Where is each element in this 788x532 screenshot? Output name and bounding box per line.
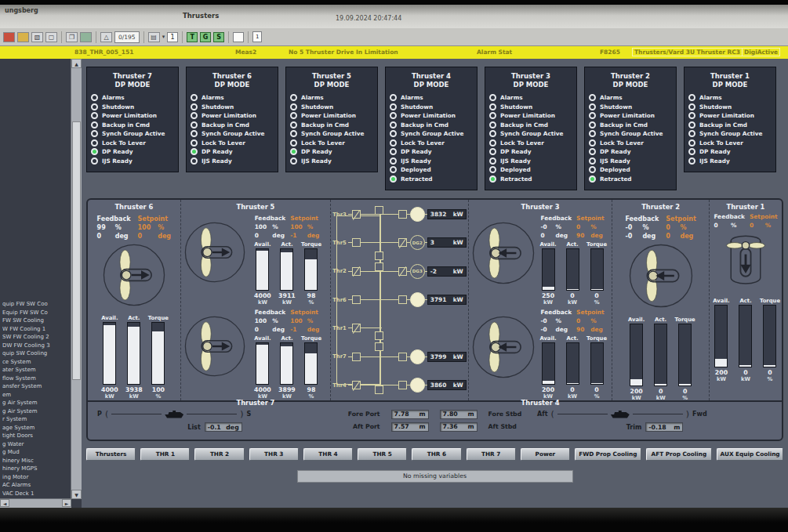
sidebar-item[interactable]: r System — [2, 415, 69, 424]
mode-letter-button[interactable]: S — [213, 32, 224, 42]
toolbar-separator — [182, 31, 183, 43]
bar-label: Act. — [281, 241, 292, 248]
sidebar-horizontal-scrollbar[interactable]: ◄ ► — [0, 498, 71, 508]
feeder-breaker-icon — [352, 295, 361, 304]
bar-group: Act. 0 kW — [736, 298, 755, 382]
page-list-icon[interactable]: ▤ — [148, 32, 160, 42]
alarm-bell-icon[interactable]: △ — [100, 32, 112, 42]
status-led-icon — [489, 121, 496, 128]
page-nav-button[interactable]: Power — [521, 448, 570, 461]
sidebar-item[interactable]: g Air System — [2, 407, 69, 416]
dp-status-row: Synch Group Active — [290, 130, 373, 137]
printer-icon[interactable]: ▧ — [31, 32, 43, 42]
status-led-icon — [390, 176, 397, 183]
scrollbar-thumb[interactable] — [72, 121, 81, 380]
status-led-icon — [688, 103, 695, 110]
page-nav-button[interactable]: THR 4 — [303, 448, 353, 461]
alarm-silence-icon[interactable] — [3, 32, 15, 42]
sidebar-item[interactable]: VAC Deck 1 — [2, 490, 69, 498]
percent-unit: % — [556, 223, 572, 230]
alarm-line[interactable]: 838_THR_005_151 Meas2 No 5 Thruster Driv… — [0, 46, 788, 59]
setpoint-percent: 100 — [290, 223, 302, 230]
wire — [361, 356, 382, 357]
scroll-down-icon[interactable]: ▼ — [71, 490, 82, 499]
sidebar-item[interactable]: hinery Misc — [2, 457, 69, 465]
sidebar-item[interactable]: ater System — [2, 366, 69, 375]
feedback-header: Feedback — [540, 309, 572, 316]
sidebar-item[interactable]: quip SW Cooling — [2, 349, 69, 358]
sidebar-item[interactable]: tight Doors — [2, 432, 69, 440]
sidebar-item[interactable]: FW SW Cooling — [2, 317, 69, 325]
page-nav-button[interactable]: THR 1 — [140, 448, 190, 461]
sidebar-item[interactable]: hinery MGPS — [2, 465, 69, 473]
sidebar-item[interactable]: g Water — [2, 440, 69, 449]
dp-status-row: DP Ready — [589, 148, 672, 155]
sidebar-item[interactable]: ce System — [2, 358, 69, 367]
dp-status-row: Deployed — [390, 166, 473, 173]
sidebar-item[interactable]: age System — [2, 424, 69, 432]
sidebar-item[interactable]: AC Alarms — [2, 481, 69, 490]
status-label: DP Ready — [401, 148, 431, 155]
dp-status-row: Shutdown — [390, 103, 473, 110]
bar-unit: kW — [741, 376, 750, 382]
sidebar-item[interactable]: DW FW Cooling 3 — [2, 342, 69, 350]
sidebar-item[interactable]: quip FW SW Coo — [2, 300, 69, 309]
single-page-icon[interactable]: 1 — [252, 31, 262, 42]
trim-gauge: Aft ( ) Fwd — [537, 409, 772, 419]
page-back-icon[interactable]: ❐ — [66, 32, 78, 42]
bar-gauge — [714, 305, 728, 367]
dropdown-caret-icon[interactable]: ▾ — [162, 34, 165, 40]
page-nav-button[interactable]: AFT Prop Cooling — [646, 448, 713, 461]
wire — [382, 271, 398, 272]
page-nav-button[interactable]: THR 5 — [358, 448, 407, 461]
sidebar-item[interactable]: ing Motor — [2, 473, 69, 482]
status-led-icon — [589, 121, 596, 128]
page-nav-button[interactable]: AUX Equip Cooling — [717, 448, 783, 461]
page-nav-button[interactable]: THR 7 — [467, 448, 516, 461]
bar-value: 3911 — [278, 292, 296, 299]
window-icon[interactable]: ▢ — [45, 32, 57, 42]
degree-unit: deg — [307, 326, 320, 333]
page-number-box[interactable]: 1 — [167, 32, 178, 42]
dp-status-row: Backup in Cmd — [390, 121, 473, 128]
bar-gauge — [678, 324, 692, 386]
sidebar-vertical-scrollbar[interactable]: ▲ ▼ — [71, 59, 82, 499]
dp-status-row: DP Ready — [489, 148, 572, 155]
status-label: IJS Ready — [500, 157, 531, 165]
sidebar-item[interactable]: flow System — [2, 375, 69, 383]
page-nav-button[interactable]: THR 6 — [412, 448, 461, 461]
bar-fill — [152, 331, 164, 383]
mode-letter-button[interactable]: T — [187, 32, 198, 42]
chart-page-icon[interactable] — [80, 32, 92, 42]
bus-feeder-row: Thr3 — [332, 206, 467, 223]
sidebar-item[interactable]: W FW Cooling 1 — [2, 325, 69, 334]
status-led-icon — [489, 103, 496, 110]
bar-fill — [655, 384, 666, 385]
sidebar-item[interactable]: ansfer System — [2, 382, 69, 391]
mode-letter-button[interactable]: G — [200, 32, 211, 42]
scroll-right-icon[interactable]: ► — [62, 499, 71, 507]
sidebar-item[interactable]: SW FW Cooling 2 — [2, 333, 69, 342]
feeder-label: Thr7 — [332, 353, 348, 360]
scroll-left-icon[interactable]: ◄ — [0, 499, 9, 507]
status-label: Synch Group Active — [202, 130, 265, 137]
bar-label: Avail. — [539, 241, 556, 248]
sidebar-item[interactable]: em — [2, 391, 69, 400]
page-nav-button[interactable]: FWD Prop Cooling — [575, 448, 641, 461]
power-distribution-diagram: Thr3 — [332, 206, 467, 394]
status-label: Synch Group Active — [102, 130, 165, 137]
sidebar-item[interactable]: g Mud — [2, 448, 69, 457]
page-nav-button[interactable]: Thrusters — [86, 448, 136, 461]
blank-box[interactable] — [233, 32, 244, 42]
thruster7-title: Thruster 7 — [183, 400, 329, 407]
bar-gauge — [654, 324, 667, 386]
page-nav-button[interactable]: THR 2 — [194, 448, 244, 461]
page-nav-button[interactable]: THR 3 — [249, 448, 299, 461]
scroll-up-icon[interactable]: ▲ — [71, 59, 82, 68]
dp-status-row: Synch Group Active — [390, 130, 473, 137]
folder-icon[interactable] — [17, 32, 29, 42]
sidebar-item[interactable]: Equip FW SW Co — [2, 309, 69, 317]
page-title: Thrusters — [183, 12, 219, 20]
trim-value-box: -0.18 m — [645, 422, 683, 432]
sidebar-item[interactable]: g Air System — [2, 399, 69, 407]
